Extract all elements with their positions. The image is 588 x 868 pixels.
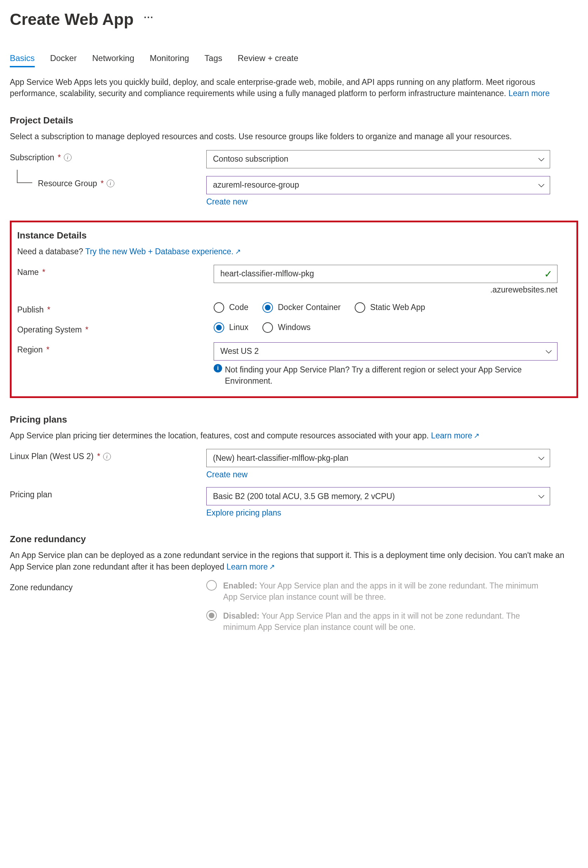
publish-row: Publish* Code Docker Container Static We… — [17, 302, 571, 314]
publish-docker-radio[interactable]: Docker Container — [262, 302, 341, 313]
web-database-link[interactable]: Try the new Web + Database experience.↗ — [85, 247, 241, 256]
os-linux-radio[interactable]: Linux — [214, 322, 248, 333]
zone-row: Zone redundancy Enabled: Your App Servic… — [10, 580, 578, 641]
region-dropdown[interactable]: West US 2 — [214, 342, 557, 360]
pricing-plan-value: Basic B2 (200 total ACU, 3.5 GB memory, … — [213, 492, 395, 501]
zone-heading: Zone redundancy — [10, 534, 578, 545]
project-details-desc: Select a subscription to manage deployed… — [10, 131, 578, 142]
tabs: Basics Docker Networking Monitoring Tags… — [10, 53, 578, 66]
subscription-label: Subscription * i — [10, 150, 206, 162]
publish-label: Publish* — [17, 302, 214, 314]
subscription-row: Subscription * i Contoso subscription — [10, 150, 578, 168]
resource-group-row: Resource Group * i azureml-resource-grou… — [10, 176, 578, 207]
info-icon[interactable]: i — [64, 154, 72, 161]
publish-static-radio[interactable]: Static Web App — [355, 302, 425, 313]
intro-text-body: App Service Web Apps lets you quickly bu… — [10, 78, 535, 98]
tab-tags[interactable]: Tags — [205, 53, 222, 66]
zone-enabled-radio — [206, 580, 217, 590]
resource-group-value: azureml-resource-group — [213, 180, 299, 190]
pricing-plan-dropdown[interactable]: Basic B2 (200 total ACU, 3.5 GB memory, … — [206, 487, 550, 505]
chevron-down-icon — [538, 182, 545, 189]
tab-monitoring[interactable]: Monitoring — [150, 53, 189, 66]
os-windows-radio[interactable]: Windows — [262, 322, 310, 333]
region-value: West US 2 — [220, 347, 259, 356]
name-input[interactable]: heart-classifier-mlflow-pkg ✓ — [214, 265, 557, 283]
linux-plan-row: Linux Plan (West US 2)* i (New) heart-cl… — [10, 449, 578, 480]
linux-plan-value: (New) heart-classifier-mlflow-pkg-plan — [213, 453, 349, 463]
external-link-icon: ↗ — [269, 563, 275, 571]
info-solid-icon: i — [214, 364, 222, 372]
region-row: Region* West US 2 i Not finding your App… — [17, 342, 571, 387]
chevron-down-icon — [538, 493, 545, 500]
chevron-down-icon — [538, 455, 545, 462]
zone-label: Zone redundancy — [10, 580, 206, 592]
subscription-dropdown[interactable]: Contoso subscription — [206, 150, 550, 168]
linux-plan-dropdown[interactable]: (New) heart-classifier-mlflow-pkg-plan — [206, 449, 550, 467]
chevron-down-icon — [545, 348, 552, 355]
zone-desc: An App Service plan can be deployed as a… — [10, 549, 578, 572]
tab-networking[interactable]: Networking — [92, 53, 134, 66]
explore-pricing-link[interactable]: Explore pricing plans — [206, 508, 281, 518]
pricing-heading: Pricing plans — [10, 414, 578, 425]
name-value: heart-classifier-mlflow-pkg — [220, 269, 314, 279]
page-title-text: Create Web App — [10, 10, 134, 29]
zone-enabled-text: Enabled: Your App Service plan and the a… — [223, 580, 550, 602]
learn-more-link[interactable]: Learn more — [508, 89, 550, 98]
publish-code-radio[interactable]: Code — [214, 302, 248, 313]
check-icon: ✓ — [544, 268, 552, 279]
pricing-plan-row: Pricing plan Basic B2 (200 total ACU, 3.… — [10, 487, 578, 518]
name-suffix: .azurewebsites.net — [214, 285, 557, 295]
project-details-heading: Project Details — [10, 115, 578, 126]
tab-docker[interactable]: Docker — [50, 53, 77, 66]
subscription-value: Contoso subscription — [213, 154, 288, 164]
zone-learn-more-link[interactable]: Learn more↗ — [227, 562, 275, 571]
region-label: Region* — [17, 342, 214, 354]
name-row: Name* heart-classifier-mlflow-pkg ✓ .azu… — [17, 265, 571, 295]
pricing-learn-more-link[interactable]: Learn more↗ — [431, 431, 480, 440]
pricing-desc: App Service plan pricing tier determines… — [10, 430, 578, 441]
os-label: Operating System* — [17, 322, 214, 335]
linux-plan-label: Linux Plan (West US 2)* i — [10, 449, 206, 461]
region-hint: i Not finding your App Service Plan? Try… — [214, 364, 557, 387]
external-link-icon: ↗ — [235, 248, 241, 255]
external-link-icon: ↗ — [474, 432, 480, 440]
resource-group-label: Resource Group * i — [10, 176, 206, 188]
instance-details-heading: Instance Details — [17, 230, 571, 241]
zone-disabled-text: Disabled: Your App Service Plan and the … — [223, 610, 550, 633]
db-prompt: Need a database? Try the new Web + Datab… — [17, 246, 571, 257]
os-row: Operating System* Linux Windows — [17, 322, 571, 335]
info-icon[interactable]: i — [103, 453, 111, 461]
page-title: Create Web App ⋯ — [10, 10, 578, 29]
chevron-down-icon — [538, 156, 545, 163]
intro-text: App Service Web Apps lets you quickly bu… — [10, 77, 578, 99]
resource-group-dropdown[interactable]: azureml-resource-group — [206, 176, 550, 194]
tab-basics[interactable]: Basics — [10, 53, 35, 66]
create-new-plan-link[interactable]: Create new — [206, 470, 248, 480]
zone-disabled-radio — [206, 610, 217, 621]
info-icon[interactable]: i — [106, 180, 114, 187]
create-new-rg-link[interactable]: Create new — [206, 197, 248, 207]
tab-review-create[interactable]: Review + create — [238, 53, 298, 66]
name-label: Name* — [17, 265, 214, 277]
pricing-plan-label: Pricing plan — [10, 487, 206, 499]
instance-details-box: Instance Details Need a database? Try th… — [10, 221, 578, 399]
